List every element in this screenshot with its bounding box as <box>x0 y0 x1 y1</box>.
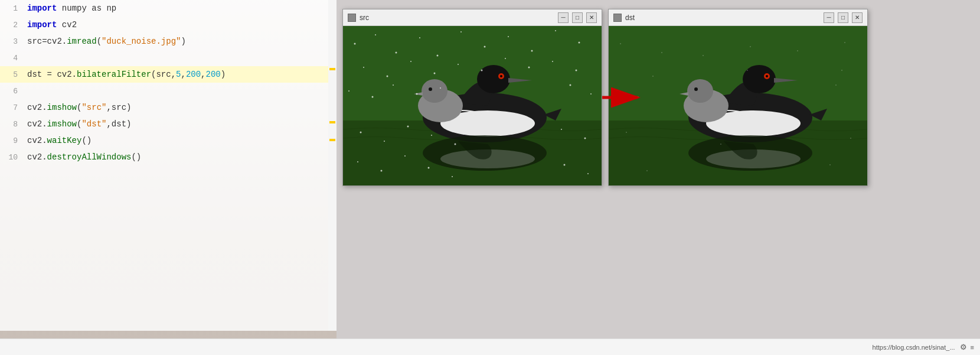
svg-point-17 <box>460 31 462 32</box>
svg-point-6 <box>500 75 502 77</box>
svg-point-40 <box>360 132 362 133</box>
dst-window-controls[interactable]: ─ □ ✕ <box>824 12 863 23</box>
code-line-7: 7 cv2.imshow("src",src) <box>0 99 337 116</box>
src-close-button[interactable]: ✕ <box>586 12 597 23</box>
svg-point-64 <box>687 79 713 103</box>
svg-point-29 <box>505 58 506 59</box>
svg-point-44 <box>455 144 456 145</box>
svg-point-37 <box>440 87 441 89</box>
svg-point-70 <box>703 55 704 56</box>
arrow-container <box>599 86 646 112</box>
line-number-6: 6 <box>0 87 25 96</box>
svg-point-16 <box>437 55 439 57</box>
src-maximize-button[interactable]: □ <box>572 12 583 23</box>
svg-point-62 <box>766 75 768 77</box>
code-line-8: 8 cv2.imshow("dst",dst) <box>0 116 337 132</box>
svg-point-13 <box>375 34 376 35</box>
menu-icon[interactable]: ≡ <box>971 344 974 351</box>
src-window: src ─ □ ✕ <box>342 9 602 186</box>
dst-window-icon <box>613 14 622 22</box>
svg-point-21 <box>555 30 556 31</box>
dst-duck-image <box>609 26 867 185</box>
line-content-1: import numpy as np <box>25 4 337 13</box>
svg-point-47 <box>357 161 358 162</box>
svg-point-83 <box>829 164 831 165</box>
line-content-7: cv2.imshow("src",src) <box>25 103 337 112</box>
svg-point-60 <box>743 65 776 93</box>
svg-point-43 <box>431 135 432 136</box>
svg-point-50 <box>428 167 430 169</box>
svg-point-32 <box>576 70 577 71</box>
svg-point-49 <box>404 155 406 157</box>
svg-point-23 <box>363 67 364 68</box>
src-duck-image <box>343 26 602 185</box>
svg-point-31 <box>552 61 553 62</box>
svg-point-79 <box>626 132 627 133</box>
svg-point-33 <box>348 90 349 92</box>
svg-point-52 <box>564 164 566 166</box>
svg-point-71 <box>750 46 751 47</box>
svg-point-65 <box>694 87 698 91</box>
right-arrow-icon <box>599 86 646 109</box>
line-number-10: 10 <box>0 153 25 162</box>
line-content-9: cv2.waitKey() <box>25 136 337 145</box>
line-number-7: 7 <box>0 103 25 112</box>
svg-point-8 <box>422 79 447 103</box>
src-window-icon <box>348 14 356 22</box>
editor-gutter <box>328 0 337 331</box>
code-line-6: 6 <box>0 83 337 99</box>
dst-minimize-button[interactable]: ─ <box>824 12 834 23</box>
svg-point-45 <box>561 129 562 130</box>
gutter-mark-1 <box>329 68 335 70</box>
dst-window-title-left: dst <box>613 14 635 22</box>
svg-point-4 <box>477 65 510 93</box>
line-number-4: 4 <box>0 54 25 63</box>
dst-maximize-button[interactable]: □ <box>838 12 848 23</box>
svg-point-22 <box>579 42 580 44</box>
svg-point-80 <box>720 144 721 145</box>
line-number-2: 2 <box>0 21 25 30</box>
line-content-5: dst = cv2.bilateralFilter(src,5,200,200) <box>25 70 337 79</box>
line-number-3: 3 <box>0 37 25 46</box>
svg-point-69 <box>661 52 662 53</box>
svg-point-20 <box>531 50 533 52</box>
code-lines: 1 import numpy as np 2 import cv2 3 src=… <box>0 0 337 165</box>
svg-point-42 <box>407 126 409 128</box>
code-editor: 1 import numpy as np 2 import cv2 3 src=… <box>0 0 337 331</box>
gear-icon[interactable]: ⚙ <box>960 343 967 351</box>
code-line-2: 2 import cv2 <box>0 17 337 33</box>
svg-point-28 <box>481 70 483 71</box>
image-windows-area: src ─ □ ✕ <box>337 0 980 355</box>
svg-point-27 <box>458 64 459 65</box>
statusbar: https://blog.csdn.net/sinat_... ⚙ ≡ <box>0 338 980 355</box>
svg-point-34 <box>372 96 374 98</box>
svg-point-24 <box>387 76 388 77</box>
svg-point-15 <box>419 37 420 38</box>
svg-point-81 <box>850 138 851 139</box>
svg-point-30 <box>528 67 530 69</box>
dst-window-title: dst <box>625 14 635 22</box>
svg-point-39 <box>590 93 592 95</box>
src-window-controls[interactable]: ─ □ ✕ <box>558 12 597 23</box>
code-line-5: 5 dst = cv2.bilateralFilter(src,5,200,20… <box>0 66 337 83</box>
src-window-title-left: src <box>348 14 369 22</box>
gutter-mark-3 <box>329 139 335 141</box>
svg-point-74 <box>652 76 654 77</box>
dst-window-titlebar: dst ─ □ ✕ <box>609 9 867 26</box>
line-content-2: import cv2 <box>25 20 337 30</box>
svg-point-78 <box>835 84 837 86</box>
svg-point-18 <box>484 46 486 48</box>
svg-point-68 <box>620 43 621 44</box>
dst-close-button[interactable]: ✕ <box>852 12 863 23</box>
dst-window-content <box>609 26 867 185</box>
code-line-3: 3 src=cv2.imread("duck_noise.jpg") <box>0 33 337 50</box>
src-minimize-button[interactable]: ─ <box>558 12 569 23</box>
code-line-9: 9 cv2.waitKey() <box>0 132 337 149</box>
svg-point-38 <box>570 84 571 86</box>
svg-point-41 <box>384 141 385 142</box>
gutter-mark-2 <box>329 121 335 123</box>
code-line-10: 10 cv2.destroyAllWindows() <box>0 149 337 165</box>
statusbar-url: https://blog.csdn.net/sinat_... <box>873 344 955 351</box>
line-content-10: cv2.destroyAllWindows() <box>25 152 337 162</box>
svg-point-53 <box>587 173 589 174</box>
